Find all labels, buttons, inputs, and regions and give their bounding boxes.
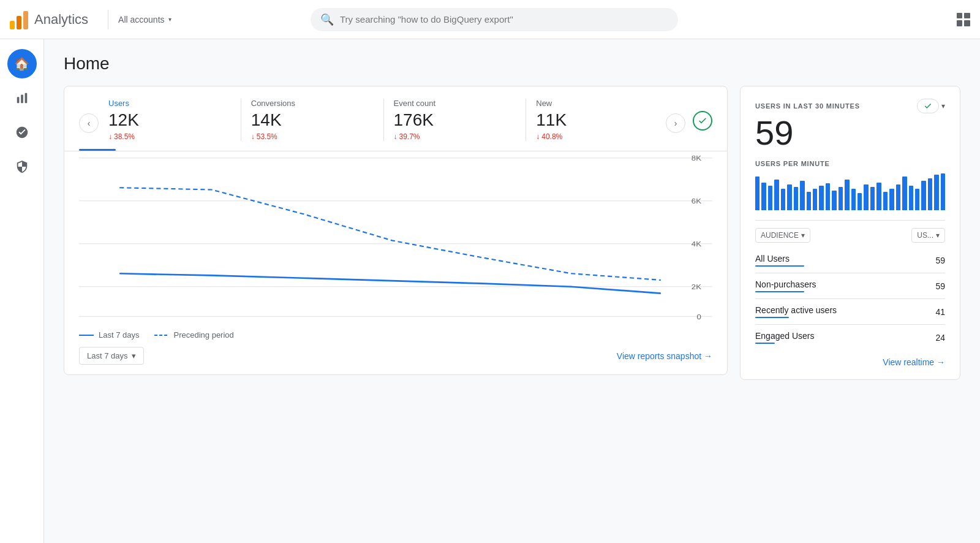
metric-event-change: ↓39.7% — [394, 132, 516, 141]
search-bar[interactable]: 🔍 — [311, 8, 678, 31]
down-arrow-icon: ↓ — [536, 132, 540, 141]
chevron-down-icon[interactable]: ▾ — [941, 102, 945, 110]
audience-count: 41 — [935, 307, 945, 317]
chart-area: 8K 6K 4K 2K 0 26 Feb 27 28 29 01 Mar 02 — [64, 151, 727, 323]
metric-event-value: 176K — [394, 110, 516, 130]
users-per-minute-chart — [755, 173, 945, 210]
bar-col — [896, 184, 900, 210]
bar-col — [889, 189, 894, 210]
bar-col — [813, 189, 817, 210]
audience-name-label: Engaged Users — [755, 331, 815, 341]
realtime-label: USERS IN LAST 30 MINUTES — [755, 102, 860, 110]
search-input[interactable] — [340, 14, 668, 25]
svg-text:6K: 6K — [692, 197, 702, 205]
audience-dropdown[interactable]: AUDIENCE ▾ — [755, 228, 810, 243]
metric-event-count: Event count 176K ↓39.7% — [394, 99, 516, 141]
us-label: US... — [917, 231, 933, 240]
apps-icon[interactable] — [957, 13, 970, 26]
legend-solid-label: Last 7 days — [99, 330, 140, 340]
bar-col — [934, 175, 938, 210]
chart-footer: Last 7 days Preceding period Last 7 days… — [64, 323, 727, 365]
metric-new-value: 11K — [536, 110, 658, 130]
audience-all-users: All Users — [755, 254, 804, 267]
bar-col — [787, 184, 791, 210]
chevron-down-icon: ▾ — [801, 231, 805, 240]
bar-col — [774, 180, 778, 210]
metric-new-label: New — [536, 99, 658, 108]
us-dropdown[interactable]: US... ▾ — [911, 228, 945, 243]
legend-dashed-label: Preceding period — [174, 330, 234, 340]
bar-col — [819, 186, 823, 210]
chevron-down-icon: ▾ — [936, 231, 940, 240]
cards-row: ‹ Users 12K ↓38.5% Conversions 14K — [64, 86, 960, 380]
sidebar-item-home[interactable]: 🏠 — [7, 49, 37, 78]
sidebar-item-reports[interactable] — [7, 83, 37, 113]
svg-text:8K: 8K — [692, 154, 702, 162]
metrics-row: ‹ Users 12K ↓38.5% Conversions 14K — [64, 86, 727, 151]
audience-row-recently-active: Recently active users 41 — [755, 299, 945, 325]
date-range-button[interactable]: Last 7 days ▾ — [79, 347, 144, 365]
audience-bar — [755, 317, 789, 318]
audience-row-non-purchasers: Non-purchasers 59 — [755, 273, 945, 299]
bar-col — [755, 177, 760, 210]
svg-rect-1 — [21, 95, 23, 104]
realtime-count: 59 — [755, 116, 945, 150]
audience-count: 59 — [935, 256, 945, 265]
metric-event-label: Event count — [394, 99, 516, 108]
legend-solid: Last 7 days — [79, 330, 140, 340]
audience-name-label: Recently active users — [755, 305, 837, 315]
bar-col — [807, 192, 811, 210]
logo: Analytics — [10, 10, 88, 29]
view-reports-link[interactable]: View reports snapshot → — [617, 351, 712, 361]
bar-col — [909, 186, 913, 210]
realtime-controls: ▾ — [917, 99, 945, 113]
layout: 🏠 Home ‹ Users 12K — [0, 0, 980, 543]
active-tab-indicator — [79, 149, 116, 151]
down-arrow-icon: ↓ — [108, 132, 112, 141]
view-realtime-link[interactable]: View realtime → — [755, 357, 945, 367]
svg-text:4K: 4K — [692, 240, 702, 248]
metric-users-change: ↓38.5% — [108, 132, 231, 141]
date-range-label: Last 7 days — [87, 351, 128, 360]
main-analytics-card: ‹ Users 12K ↓38.5% Conversions 14K — [64, 86, 728, 375]
realtime-header: USERS IN LAST 30 MINUTES ▾ — [755, 99, 945, 113]
metric-users-value: 12K — [108, 110, 231, 130]
svg-rect-2 — [24, 93, 27, 104]
svg-text:2K: 2K — [692, 283, 702, 291]
bar-col — [928, 178, 932, 210]
sidebar-item-advertising[interactable] — [7, 152, 37, 181]
bar-col — [839, 187, 843, 210]
audience-bar — [755, 265, 804, 267]
chevron-down-icon: ▾ — [132, 351, 136, 360]
legend-dashed: Preceding period — [154, 330, 234, 340]
view-reports-label: View reports snapshot → — [617, 351, 712, 361]
bar-col — [921, 181, 925, 210]
prev-arrow[interactable]: ‹ — [79, 113, 99, 133]
account-selector[interactable]: All accounts ▾ — [118, 15, 171, 25]
sidebar-item-insights[interactable] — [7, 118, 37, 147]
dashed-line-icon — [154, 333, 169, 338]
chart-bottom: Last 7 days ▾ View reports snapshot → — [79, 347, 712, 365]
realtime-check-button[interactable] — [917, 99, 939, 113]
metric-conversions-change: ↓53.5% — [251, 132, 374, 141]
bar-col — [800, 181, 804, 210]
next-arrow[interactable]: › — [666, 113, 685, 133]
realtime-card: USERS IN LAST 30 MINUTES ▾ 59 USERS PER … — [740, 86, 960, 380]
audience-header: AUDIENCE ▾ US... ▾ — [755, 220, 945, 243]
metric-new-change: ↓40.8% — [536, 132, 658, 141]
header-divider — [108, 10, 108, 29]
audience-non-purchasers: Non-purchasers — [755, 279, 816, 292]
audience-count: 24 — [935, 333, 945, 343]
audience-name-label: All Users — [755, 254, 804, 264]
chart-legend: Last 7 days Preceding period — [79, 330, 712, 340]
svg-rect-0 — [17, 97, 19, 103]
header: Analytics All accounts ▾ 🔍 — [0, 0, 980, 39]
bar-col — [864, 184, 868, 210]
audience-label: AUDIENCE — [761, 231, 799, 240]
audience-engaged: Engaged Users — [755, 331, 815, 344]
metric-conversions-value: 14K — [251, 110, 374, 130]
audience-table: All Users 59 Non-purchasers 59 — [755, 248, 945, 350]
bar-col — [794, 187, 798, 210]
metric-users-label: Users — [108, 99, 231, 108]
check-circle-icon[interactable] — [693, 111, 712, 131]
